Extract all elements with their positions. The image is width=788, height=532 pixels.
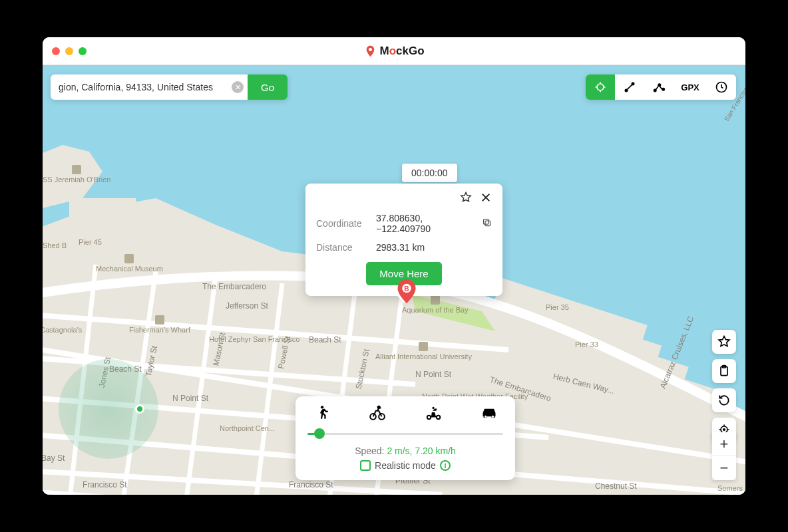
- speed-display: Speed: 2 m/s, 7.20 km/h: [307, 446, 503, 456]
- svg-point-22: [427, 416, 431, 419]
- svg-point-18: [321, 406, 323, 408]
- realistic-mode-checkbox[interactable]: [360, 460, 371, 471]
- svg-point-0: [369, 48, 372, 51]
- poi-label: Hotel Zephyr San Francisco: [209, 335, 299, 344]
- favorite-button[interactable]: [460, 192, 472, 206]
- poi-label: Mechanical Museum: [96, 254, 163, 273]
- car-mode-icon[interactable]: [481, 404, 498, 424]
- street-label: Bay St: [43, 454, 65, 463]
- speed-slider[interactable]: [307, 427, 503, 440]
- street-label: N Point St: [415, 370, 451, 379]
- street-label: Francisco St: [83, 480, 127, 489]
- street-label: Francisco St: [289, 480, 333, 489]
- copy-coordinate-button[interactable]: [482, 217, 492, 229]
- search-bar: ✕ Go: [51, 74, 288, 100]
- poi-label: Shed B: [43, 241, 67, 250]
- minimize-window-button[interactable]: [65, 47, 73, 55]
- close-card-button[interactable]: [480, 192, 492, 206]
- svg-point-7: [597, 84, 604, 90]
- speed-panel: Speed: 2 m/s, 7.20 km/h Realistic mode i: [296, 396, 515, 480]
- go-button[interactable]: Go: [248, 74, 288, 100]
- svg-point-30: [723, 429, 725, 431]
- compass-joystick[interactable]: [59, 359, 158, 459]
- poi-label: Alliant International University: [375, 342, 472, 361]
- svg-rect-14: [485, 221, 491, 226]
- svg-point-12: [662, 88, 664, 90]
- svg-point-26: [492, 416, 494, 418]
- poi-label: Fisherman's Wharf: [129, 315, 190, 334]
- teleport-mode-button[interactable]: [586, 74, 615, 100]
- zoom-in-button[interactable]: +: [712, 432, 736, 456]
- poi-label: Pier 35: [546, 303, 569, 312]
- poi-label: Pier 33: [575, 340, 598, 349]
- mode-toolbar: GPX: [586, 74, 736, 100]
- walk-mode-icon[interactable]: [313, 404, 330, 424]
- close-window-button[interactable]: [52, 47, 60, 55]
- multi-spot-mode-button[interactable]: [644, 74, 674, 100]
- app-window: MockGo: [43, 37, 745, 495]
- search-input[interactable]: [51, 74, 248, 100]
- svg-point-23: [437, 416, 440, 419]
- poi-label: Somers Pl: [717, 484, 745, 493]
- map[interactable]: The Embarcadero Jefferson St Beach St Be…: [43, 65, 745, 495]
- maximize-window-button[interactable]: [79, 47, 87, 55]
- realistic-mode-label: Realistic mode: [375, 460, 436, 471]
- zoom-controls: + −: [712, 432, 736, 480]
- street-label: Chestnut St: [595, 481, 637, 491]
- favorites-list-button[interactable]: [712, 330, 736, 354]
- street-label: Jefferson St: [226, 301, 268, 311]
- clipboard-button[interactable]: [712, 359, 736, 383]
- zoom-out-button[interactable]: −: [712, 456, 736, 480]
- distance-value: 2983.31 km: [376, 242, 492, 253]
- app-title: MockGo: [363, 45, 424, 58]
- timer-display: 00:00:00: [402, 164, 457, 182]
- distance-label: Distance: [316, 242, 376, 253]
- street-label: Beach St: [309, 335, 341, 344]
- svg-rect-15: [484, 219, 489, 225]
- history-button[interactable]: [707, 74, 736, 100]
- poi-label: Pier 45: [79, 238, 102, 247]
- reset-button[interactable]: [712, 388, 736, 412]
- svg-rect-6: [69, 198, 136, 230]
- svg-point-21: [378, 406, 380, 408]
- street-label: N Point St: [172, 394, 208, 403]
- scooter-mode-icon[interactable]: [425, 404, 442, 424]
- street-label: The Embarcadero: [202, 282, 266, 291]
- poi-label: SS Jeremiah O'Brien: [43, 165, 110, 184]
- app-title-text: MockGo: [379, 45, 424, 58]
- location-marker[interactable]: B: [397, 279, 416, 303]
- coordinate-label: Coordinate: [316, 218, 376, 229]
- poi-label: Northpoint Cen...: [220, 424, 275, 433]
- app-logo-icon: [363, 45, 377, 58]
- svg-point-24: [432, 407, 434, 409]
- poi-label: Castagnola's: [43, 326, 82, 334]
- title-bar: MockGo: [43, 37, 745, 65]
- window-controls: [52, 47, 87, 55]
- svg-text:B: B: [404, 285, 409, 293]
- realistic-info-button[interactable]: i: [440, 460, 451, 471]
- bike-mode-icon[interactable]: [369, 404, 386, 424]
- two-spot-mode-button[interactable]: [615, 74, 644, 100]
- gpx-button[interactable]: GPX: [674, 74, 707, 100]
- svg-point-25: [485, 416, 487, 418]
- side-toolbar: [712, 330, 736, 442]
- clear-search-button[interactable]: ✕: [232, 81, 244, 93]
- coordinate-value: 37.808630, −122.409790: [376, 213, 478, 234]
